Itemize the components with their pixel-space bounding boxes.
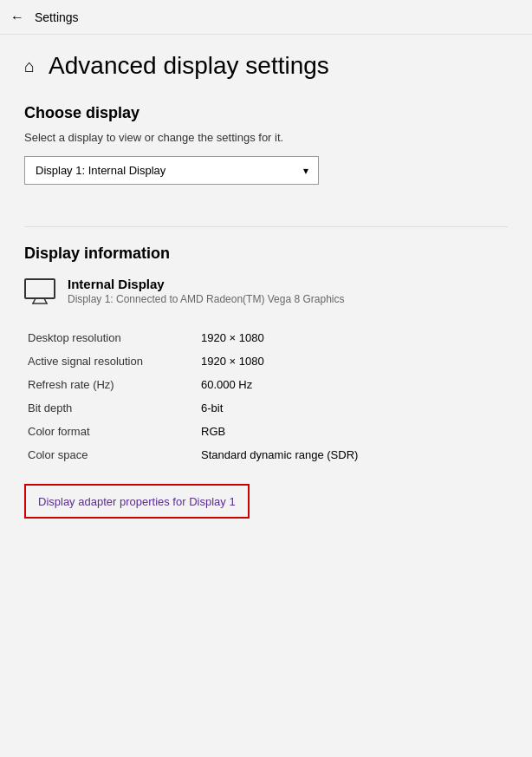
page-title: Advanced display settings <box>49 52 329 80</box>
svg-rect-0 <box>25 279 55 298</box>
table-row: Color spaceStandard dynamic range (SDR) <box>24 443 508 467</box>
info-value: RGB <box>198 420 508 443</box>
info-label: Refresh rate (Hz) <box>24 373 198 396</box>
display-name: Internal Display <box>68 277 345 291</box>
info-label: Color format <box>24 420 198 443</box>
display-info-title: Display information <box>24 245 508 263</box>
display-info-section: Display information Internal Display Dis… <box>24 245 508 519</box>
table-row: Active signal resolution1920 × 1080 <box>24 349 508 373</box>
info-value: Standard dynamic range (SDR) <box>198 443 508 467</box>
title-bar: ← Settings <box>0 0 532 35</box>
info-value: 1920 × 1080 <box>198 326 508 349</box>
display-name-group: Internal Display Display 1: Connected to… <box>68 277 345 305</box>
choose-display-subtitle: Select a display to view or change the s… <box>24 131 508 144</box>
display-info-header: Internal Display Display 1: Connected to… <box>24 277 508 310</box>
page-heading: ⌂ Advanced display settings <box>24 52 508 80</box>
title-bar-text: Settings <box>35 10 79 24</box>
display-info-content: Internal Display Display 1: Connected to… <box>24 277 508 519</box>
table-row: Desktop resolution1920 × 1080 <box>24 326 508 349</box>
display-sub-name: Display 1: Connected to AMD Radeon(TM) V… <box>68 293 345 305</box>
info-label: Color space <box>24 443 198 467</box>
info-value: 60.000 Hz <box>198 373 508 396</box>
section-divider <box>24 226 508 227</box>
info-label: Bit depth <box>24 396 198 420</box>
adapter-properties-link[interactable]: Display adapter properties for Display 1 <box>38 495 236 508</box>
table-row: Refresh rate (Hz)60.000 Hz <box>24 373 508 396</box>
monitor-icon <box>24 278 55 310</box>
table-row: Color formatRGB <box>24 420 508 443</box>
info-label: Active signal resolution <box>24 349 198 373</box>
info-value: 1920 × 1080 <box>198 349 508 373</box>
info-label: Desktop resolution <box>24 326 198 349</box>
choose-display-title: Choose display <box>24 104 508 122</box>
display-info-table: Desktop resolution1920 × 1080Active sign… <box>24 326 508 467</box>
info-value: 6-bit <box>198 396 508 420</box>
home-icon[interactable]: ⌂ <box>24 56 35 76</box>
display-dropdown[interactable]: Display 1: Internal Display <box>24 156 319 185</box>
back-icon: ← <box>10 10 24 25</box>
content-area: ⌂ Advanced display settings Choose displ… <box>0 35 532 536</box>
back-button[interactable]: ← <box>10 10 24 25</box>
display-dropdown-wrapper: Display 1: Internal Display ▾ <box>24 156 319 185</box>
choose-display-section: Choose display Select a display to view … <box>24 104 508 209</box>
table-row: Bit depth6-bit <box>24 396 508 420</box>
adapter-link-wrapper: Display adapter properties for Display 1 <box>24 484 250 519</box>
